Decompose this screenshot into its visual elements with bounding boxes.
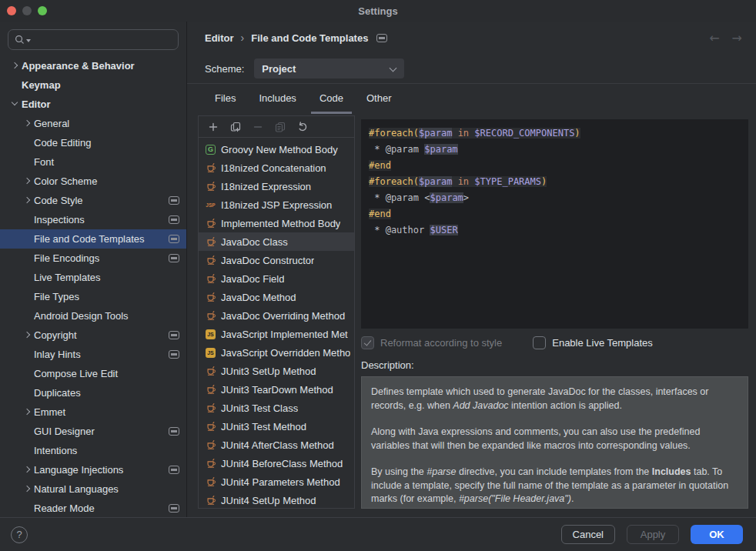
sidebar-item-reader-mode[interactable]: Reader Mode — [0, 499, 186, 517]
add-template-icon[interactable] — [206, 120, 219, 133]
chevron-right-icon[interactable] — [22, 485, 34, 494]
sidebar-item-label: Inspections — [34, 214, 169, 225]
sidebar-item-file-types[interactable]: File Types — [0, 287, 186, 306]
chevron-down-icon[interactable] — [10, 100, 22, 109]
sidebar-item-label: Code Editing — [34, 137, 179, 149]
javascript-file-icon: JS — [206, 329, 216, 339]
sidebar-item-editor[interactable]: Editor — [0, 95, 186, 114]
copy-template-icon — [273, 120, 286, 133]
template-item-javadoc-overriding-method[interactable]: JavaDoc Overriding Method — [199, 306, 354, 325]
template-item-label: JUnit4 AfterClass Method — [221, 439, 334, 451]
sidebar-item-label: Inlay Hints — [34, 349, 169, 360]
search-options-chevron-icon[interactable] — [26, 39, 31, 42]
apply-button[interactable]: Apply — [627, 525, 679, 544]
breadcrumb-separator-icon: › — [241, 32, 245, 44]
sidebar-item-color-scheme[interactable]: Color Scheme — [0, 172, 186, 191]
template-item-label: Implemented Method Body — [221, 218, 340, 229]
chevron-right-icon[interactable] — [22, 177, 34, 186]
javascript-file-icon: JS — [206, 348, 216, 358]
sidebar-item-appearance-behavior[interactable]: Appearance & Behavior — [0, 56, 186, 75]
template-item-javadoc-field[interactable]: JavaDoc Field — [199, 269, 354, 288]
sidebar-item-android-design-tools[interactable]: Android Design Tools — [0, 306, 186, 326]
template-item-i18nized-expression[interactable]: I18nized Expression — [199, 177, 354, 195]
template-item-i18nized-concatenation[interactable]: I18nized Concatenation — [199, 159, 354, 177]
sidebar-item-label: Intentions — [34, 445, 179, 456]
java-file-icon — [205, 366, 216, 376]
breadcrumb-editor[interactable]: Editor — [205, 32, 234, 44]
sidebar-item-font[interactable]: Font — [0, 152, 186, 172]
groovy-file-icon: G — [206, 145, 216, 155]
in-editor-settings-icon — [169, 215, 179, 224]
template-item-javadoc-constructor[interactable]: JavaDoc Constructor — [199, 251, 354, 269]
sidebar-item-natural-languages[interactable]: Natural Languages — [0, 479, 186, 499]
template-item-junit3-teardown-method[interactable]: JUnit3 TearDown Method — [199, 380, 354, 399]
template-item-javadoc-class[interactable]: JavaDoc Class — [199, 232, 354, 251]
java-file-icon — [205, 384, 216, 395]
cancel-button[interactable]: Cancel — [561, 525, 615, 544]
settings-search-input[interactable] — [8, 29, 179, 50]
template-item-implemented-method-body[interactable]: Implemented Method Body — [199, 214, 354, 232]
template-item-javascript-implemented-met[interactable]: JSJavaScript Implemented Met — [199, 325, 354, 343]
breadcrumb-file-and-code-templates[interactable]: File and Code Templates — [251, 32, 368, 44]
sidebar-item-label: Emmet — [34, 406, 179, 418]
template-item-label: I18nized Concatenation — [221, 162, 326, 174]
chevron-right-icon[interactable] — [10, 62, 22, 71]
sidebar-item-code-style[interactable]: Code Style — [0, 191, 186, 210]
sidebar-item-file-and-code-templates[interactable]: File and Code Templates — [0, 229, 186, 249]
template-editor[interactable]: #foreach($param in $RECORD_COMPONENTS) *… — [361, 119, 748, 329]
sidebar-item-copyright[interactable]: Copyright — [0, 326, 186, 345]
sidebar-item-label: Live Templates — [34, 272, 179, 283]
template-item-junit3-setup-method[interactable]: JUnit3 SetUp Method — [199, 362, 354, 380]
template-item-javadoc-method[interactable]: JavaDoc Method — [199, 288, 354, 306]
code-line: #foreach($param in $TYPE_PARAMS) — [369, 174, 741, 190]
sidebar-item-file-encodings[interactable]: File Encodings — [0, 249, 186, 268]
chevron-right-icon[interactable] — [22, 466, 34, 475]
sidebar-item-inspections[interactable]: Inspections — [0, 210, 186, 229]
sidebar-item-code-editing[interactable]: Code Editing — [0, 133, 186, 152]
template-item-junit3-test-class[interactable]: JUnit3 Test Class — [199, 399, 354, 417]
live-templates-checkbox-row: Enable Live Templates — [533, 336, 653, 349]
chevron-right-icon[interactable] — [22, 119, 34, 129]
template-item-junit4-afterclass-method[interactable]: JUnit4 AfterClass Method — [199, 436, 354, 454]
template-item-label: JavaDoc Class — [221, 236, 288, 248]
help-icon[interactable]: ? — [11, 526, 28, 543]
sidebar-item-compose-live-edit[interactable]: Compose Live Edit — [0, 364, 186, 383]
scheme-select[interactable]: Project — [254, 58, 404, 78]
duplicate-template-icon[interactable] — [229, 120, 242, 133]
sidebar-item-emmet[interactable]: Emmet — [0, 402, 186, 422]
tab-code[interactable]: Code — [311, 92, 352, 114]
sidebar-item-duplicates[interactable]: Duplicates — [0, 383, 186, 402]
forward-arrow-icon[interactable]: → — [732, 31, 742, 45]
sidebar-item-intentions[interactable]: Intentions — [0, 441, 186, 460]
scheme-row: Scheme: Project — [187, 54, 756, 83]
template-item-javascript-overridden-metho[interactable]: JSJavaScript Overridden Metho — [199, 343, 354, 362]
tab-files[interactable]: Files — [206, 92, 244, 114]
sidebar-item-gui-designer[interactable]: GUI Designer — [0, 422, 186, 441]
sidebar-item-live-templates[interactable]: Live Templates — [0, 268, 186, 287]
tab-includes[interactable]: Includes — [250, 92, 304, 114]
ok-button[interactable]: OK — [691, 525, 743, 544]
sidebar-item-keymap[interactable]: Keymap — [0, 75, 186, 95]
tab-other[interactable]: Other — [358, 92, 400, 114]
sidebar-item-inlay-hints[interactable]: Inlay Hints — [0, 345, 186, 364]
sidebar-item-general[interactable]: General — [0, 114, 186, 133]
enable-live-templates-checkbox[interactable] — [533, 336, 546, 349]
java-file-icon — [205, 162, 216, 173]
chevron-right-icon[interactable] — [22, 196, 34, 205]
sidebar-item-language-injections[interactable]: Language Injections — [0, 460, 186, 479]
reformat-label: Reformat according to style — [380, 337, 502, 349]
template-item-groovy-new-method-body[interactable]: GGroovy New Method Body — [199, 140, 354, 159]
template-item-junit3-test-method[interactable]: JUnit3 Test Method — [199, 417, 354, 436]
chevron-none-icon — [22, 215, 34, 225]
template-item-junit4-setup-method[interactable]: JUnit4 SetUp Method — [199, 491, 354, 508]
back-arrow-icon[interactable]: ← — [709, 31, 719, 45]
sidebar-item-label: Editor — [22, 99, 179, 110]
template-item-junit4-parameters-method[interactable]: JUnit4 Parameters Method — [199, 473, 354, 491]
chevron-right-icon[interactable] — [22, 408, 34, 417]
java-file-icon — [205, 402, 216, 413]
template-item-junit4-beforeclass-method[interactable]: JUnit4 BeforeClass Method — [199, 454, 354, 473]
chevron-right-icon[interactable] — [22, 331, 34, 340]
template-item-i18nized-jsp-expression[interactable]: JSPI18nized JSP Expression — [199, 195, 354, 214]
rollback-template-icon[interactable] — [296, 120, 309, 133]
code-line: #foreach($param in $RECORD_COMPONENTS) — [369, 125, 741, 142]
